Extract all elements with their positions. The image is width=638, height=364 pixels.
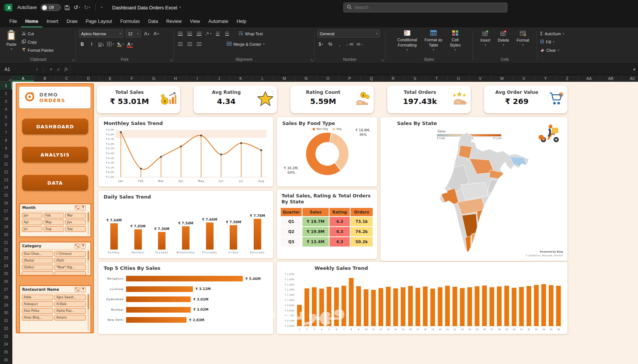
column-header-x[interactable]: X: [513, 75, 535, 81]
excel-logo-icon[interactable]: X: [4, 3, 14, 12]
insert-cells-button[interactable]: Insert▾: [478, 29, 492, 47]
borders-button[interactable]: ▾: [107, 41, 114, 48]
row-header-20[interactable]: 20: [0, 231, 12, 239]
menu-tab-automate[interactable]: Automate: [204, 16, 233, 27]
italic-button[interactable]: I: [88, 41, 95, 48]
menu-tab-review[interactable]: Review: [162, 16, 186, 27]
expand-formula-bar-icon[interactable]: ▾: [630, 67, 638, 72]
city-bar-mumbai[interactable]: Mumbai₹ 3.02M: [103, 305, 269, 315]
column-header-y[interactable]: Y: [535, 75, 557, 81]
menu-tab-formulas[interactable]: Formulas: [116, 16, 144, 27]
slicer-item-alpha-pizz[interactable]: Alpha Pizz...: [54, 308, 86, 314]
daily-sales-trend-panel[interactable]: Daily Sales Trend ₹ 7.64MSunday₹ 7.45MMo…: [98, 191, 273, 258]
menu-tab-home[interactable]: Home: [21, 16, 42, 27]
row-header-15[interactable]: 15: [0, 191, 12, 199]
kpi-card-rating-count[interactable]: Rating Count5.59M$: [290, 86, 374, 113]
slicer-item-amar-bhoj[interactable]: Amar Bhoj...: [22, 315, 53, 320]
slicer-item-sep[interactable]: Sep: [65, 226, 86, 232]
quarter-summary-panel[interactable]: Total Sales, Rating & Total Orders By St…: [277, 190, 377, 259]
column-header-g[interactable]: G: [143, 75, 165, 81]
food-type-panel[interactable]: Sales By Food Type Non-VegVeg ₹ 18.8M, 3…: [277, 117, 377, 187]
slicer-item-jan[interactable]: Jan: [22, 213, 42, 218]
align-left-icon[interactable]: [177, 41, 184, 48]
row-header-10[interactable]: 10: [0, 152, 12, 160]
align-bottom-icon[interactable]: [196, 30, 202, 38]
menu-tab-draw[interactable]: Draw: [62, 16, 81, 27]
slicer-item-may[interactable]: May: [44, 220, 64, 225]
row-header-3[interactable]: 3: [0, 98, 12, 105]
weekly-sales-trend-panel[interactable]: Weekly Sales Trend ₹ 0.00M₹ 0.20M₹ 0.40M…: [277, 262, 567, 334]
column-header-aa[interactable]: AA: [578, 75, 600, 81]
clipboard-dialog-launcher[interactable]: ↘: [72, 59, 74, 62]
row-header-36[interactable]: 36: [0, 356, 12, 364]
slicer-multiselect-icon[interactable]: [75, 287, 80, 292]
column-header-c[interactable]: C: [56, 75, 78, 81]
decrease-font-icon[interactable]: A▾: [153, 30, 160, 38]
row-header-1[interactable]: 1: [0, 82, 12, 90]
column-header-p[interactable]: P: [339, 75, 361, 81]
column-header-w[interactable]: W: [491, 75, 513, 81]
slicer-scrollbar[interactable]: [87, 250, 89, 274]
top-cities-bar-chart[interactable]: Bengaluru₹ 5.46MLucknow₹ 3.12MHyderabad₹…: [98, 274, 273, 325]
insert-function-icon[interactable]: fx: [62, 66, 70, 72]
row-header-17[interactable]: 17: [0, 207, 12, 215]
wrap-text-button[interactable]: Wrap Text: [238, 30, 263, 37]
cell-styles-button[interactable]: CellStyles▾: [448, 29, 463, 52]
customize-quick-access-icon[interactable]: ▾: [101, 6, 102, 9]
underline-button[interactable]: U▾: [98, 41, 104, 48]
row-header-19[interactable]: 19: [0, 223, 12, 231]
sales-by-state-panel[interactable]: Sales By State Sales ₹ 0.6M ₹ 3.0M ₹ 5.5…: [381, 117, 567, 261]
slicer-item-amaris[interactable]: Amaris: [54, 315, 86, 320]
row-header-35[interactable]: 35: [0, 348, 12, 356]
column-header-k[interactable]: K: [230, 75, 252, 81]
row-header-31[interactable]: 31: [0, 317, 12, 325]
india-choropleth-map[interactable]: [418, 133, 538, 257]
daily-bar-sunday[interactable]: ₹ 7.64MSunday: [104, 218, 124, 254]
kpi-card-avg-rating[interactable]: Avg Rating4.34: [194, 86, 277, 113]
slicer-item-aloo-pitika[interactable]: Aloo Pitika: [22, 308, 53, 314]
food-type-donut-chart[interactable]: [277, 131, 377, 185]
slicer-item-adda[interactable]: Adda: [22, 295, 53, 300]
undo-button[interactable]: ↺▾: [74, 4, 80, 11]
row-header-9[interactable]: 9: [0, 144, 12, 152]
column-header-f[interactable]: F: [121, 75, 143, 81]
menu-tab-page-layout[interactable]: Page Layout: [81, 16, 116, 27]
daily-bar-friday[interactable]: ₹ 7.58MFriday: [224, 220, 243, 254]
cancel-entry-icon[interactable]: ×: [47, 67, 55, 72]
city-bar-bengaluru[interactable]: Bengaluru₹ 5.46M: [103, 274, 269, 284]
slicer-multiselect-icon[interactable]: [75, 244, 80, 248]
row-header-30[interactable]: 30: [0, 309, 12, 317]
search-box[interactable]: [343, 3, 507, 12]
spreadsheet-canvas[interactable]: DEMO ORDERS DASHBOARDANALYSISDATA MonthJ…: [12, 82, 638, 364]
row-header-27[interactable]: 27: [0, 286, 12, 293]
slicer-item-new-hig[interactable]: *New* Hig...: [54, 265, 86, 270]
column-header-n[interactable]: N: [295, 75, 317, 81]
slicer-item-feb[interactable]: Feb: [44, 213, 64, 218]
column-header-q[interactable]: Q: [361, 75, 382, 81]
accounting-format-button[interactable]: $▾: [317, 41, 324, 48]
column-header-u[interactable]: U: [448, 75, 469, 81]
increase-font-icon[interactable]: A▴: [143, 30, 150, 38]
menu-tab-insert[interactable]: Insert: [42, 16, 62, 27]
menu-tab-file[interactable]: File: [5, 16, 21, 27]
column-header-ac[interactable]: AC: [622, 75, 638, 81]
column-header-e[interactable]: E: [99, 75, 121, 81]
column-header-b[interactable]: B: [34, 75, 56, 81]
row-header-7[interactable]: 7: [0, 129, 12, 137]
row-header-12[interactable]: 12: [0, 168, 12, 176]
fill-button[interactable]: Fill▾: [540, 38, 564, 45]
kpi-card-total-sales[interactable]: Total Sales₹ 53.01M$: [97, 86, 180, 113]
slicer-item-al-baik[interactable]: Al-Baik: [54, 301, 86, 307]
monthly-sales-trend-panel[interactable]: Monthley Sales Trend ₹ 5.9M₹ 6.0M₹ 6.1M₹…: [98, 117, 273, 187]
weekly-sales-bar-chart[interactable]: ₹ 0.00M₹ 0.20M₹ 0.40M₹ 0.60M₹ 0.80M₹ 1.0…: [277, 272, 567, 333]
slicer-scrollbar[interactable]: [87, 293, 89, 331]
top-cities-panel[interactable]: Top 5 Cities By Sales Bengaluru₹ 5.46MLu…: [98, 262, 273, 334]
decrease-decimal-button[interactable]: .00→: [356, 41, 363, 48]
column-header-i[interactable]: I: [187, 75, 208, 81]
copy-button[interactable]: Copy: [22, 38, 54, 45]
slicer-item-chinese[interactable]: ( Chinese): [54, 251, 86, 257]
fill-color-button[interactable]: ▾: [117, 41, 124, 48]
align-top-icon[interactable]: [177, 30, 184, 38]
monthly-sales-line-chart[interactable]: ₹ 5.9M₹ 6.0M₹ 6.1M₹ 6.2M₹ 6.3M₹ 6.4M₹ 6.…: [98, 127, 273, 185]
daily-sales-bar-chart[interactable]: ₹ 7.64MSunday₹ 7.45MMonday₹ 7.36MTuesday…: [98, 201, 273, 254]
